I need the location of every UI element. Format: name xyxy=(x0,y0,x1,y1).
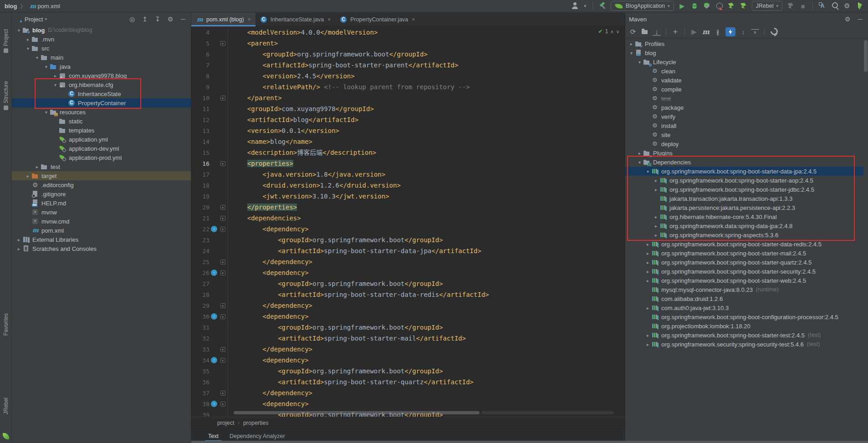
maven-tree-item[interactable]: ▸org.springframework.boot:spring-boot-st… xyxy=(625,258,863,267)
chevron-down-icon[interactable]: ▾ xyxy=(25,46,31,51)
project-tree-item[interactable]: ▸test xyxy=(12,162,191,171)
line-number[interactable]: 35 xyxy=(191,368,209,375)
execute-maven-goal-icon[interactable]: m xyxy=(702,27,710,36)
fold-open-icon[interactable]: ∨ xyxy=(220,216,225,221)
breadcrumb-item[interactable]: properties xyxy=(243,420,269,426)
project-tree-item[interactable]: pom.xml xyxy=(12,226,191,235)
chevron-right-icon[interactable]: ▸ xyxy=(15,246,22,251)
breadcrumb-project[interactable]: blog xyxy=(5,3,17,10)
editor-tab[interactable]: pom.xml (blog)× xyxy=(191,13,255,26)
fold-close-icon[interactable]: ∧ xyxy=(220,303,225,308)
line-number[interactable]: 37 xyxy=(191,390,209,397)
maven-tree-item[interactable]: ▾⚙Lifecycle xyxy=(625,57,863,66)
project-tree-item[interactable]: ▾org.hibernate.cfg xyxy=(12,80,191,89)
chevron-right-icon[interactable]: ▸ xyxy=(644,269,651,274)
search-icon[interactable] xyxy=(831,1,839,10)
maven-dependency-gutter-icon[interactable]: ↑ xyxy=(211,357,217,363)
line-number[interactable]: 16 xyxy=(191,160,209,167)
chevron-right-icon[interactable]: ▸ xyxy=(25,37,31,42)
line-number[interactable]: 4 xyxy=(191,29,209,36)
project-tree-item[interactable]: .editorconfig xyxy=(12,180,191,189)
line-number[interactable]: 36 xyxy=(191,379,209,386)
line-number[interactable]: 11 xyxy=(191,106,209,112)
close-icon[interactable]: × xyxy=(412,16,415,23)
maven-tree-item[interactable]: package xyxy=(625,103,863,112)
breadcrumb-item[interactable]: project xyxy=(217,420,235,426)
tool-window-tab-structure[interactable]: Structure xyxy=(0,81,12,110)
line-number[interactable]: 19 xyxy=(191,193,209,200)
chevron-right-icon[interactable]: ▸ xyxy=(52,73,59,78)
line-number[interactable]: 15 xyxy=(191,149,209,156)
chevron-down-icon[interactable]: ▾ xyxy=(34,55,41,60)
horizontal-scrollbar[interactable] xyxy=(234,411,480,414)
add-maven-project-icon[interactable]: + xyxy=(671,27,679,36)
maven-tree-item[interactable]: clean xyxy=(625,66,863,76)
maven-tree-item[interactable]: jakarta.transaction:jakarta.transaction-… xyxy=(625,194,863,203)
fold-close-icon[interactable]: ∧ xyxy=(220,96,225,101)
project-tree-item[interactable]: .gitignore xyxy=(12,189,191,199)
project-tree-item[interactable]: HELP.md xyxy=(12,199,191,208)
project-tree-item[interactable]: InheritanceState xyxy=(12,89,191,98)
chevron-right-icon[interactable]: ▸ xyxy=(34,164,41,169)
chevron-down-icon[interactable]: ▾ xyxy=(636,60,643,65)
fold-close-icon[interactable]: ∧ xyxy=(220,260,225,265)
reimport-maven-icon[interactable]: ⟳ xyxy=(629,27,637,36)
fold-open-icon[interactable]: ∨ xyxy=(220,314,225,319)
maven-tree-item[interactable]: mysql:mysql-connector-java:8.0.23(runtim… xyxy=(625,285,863,294)
line-number[interactable]: 10 xyxy=(191,95,209,102)
translate-icon[interactable] xyxy=(818,1,827,10)
line-number[interactable]: 27 xyxy=(191,280,209,287)
line-number[interactable]: 9 xyxy=(191,84,209,91)
project-tree-item[interactable]: ▾resources xyxy=(12,107,191,117)
maven-tree-item[interactable]: verify xyxy=(625,112,863,121)
chevron-down-icon[interactable]: ▾ xyxy=(52,82,59,87)
project-tree-item[interactable]: ▸com.xuyang9978.blog xyxy=(12,71,191,80)
maven-tree-item[interactable]: jakarta.persistence:jakarta.persistence-… xyxy=(625,203,863,212)
chevron-right-icon[interactable]: ▸ xyxy=(644,306,651,311)
line-number[interactable]: 6 xyxy=(191,51,209,58)
maven-tree-item[interactable]: ▸✓Profiles xyxy=(625,39,863,48)
maven-tree-item[interactable]: ▾org.springframework.boot:spring-boot-st… xyxy=(625,167,863,176)
chevron-right-icon[interactable]: ▸ xyxy=(636,151,643,156)
project-tree-item[interactable]: application.yml xyxy=(12,135,191,144)
project-tree-item[interactable]: PropertyContainer xyxy=(12,98,191,107)
line-number[interactable]: 20 xyxy=(191,204,209,211)
maven-tree-item[interactable]: org.projectlombok:lombok:1.18.20 xyxy=(625,321,863,331)
project-tree-item[interactable]: application-dev.yml xyxy=(12,144,191,153)
fold-open-icon[interactable]: ∨ xyxy=(220,161,225,166)
maven-tree-item[interactable]: ▾blog xyxy=(625,48,863,57)
fold-close-icon[interactable]: ∧ xyxy=(220,205,225,210)
chevron-right-icon[interactable]: ▸ xyxy=(628,41,635,46)
maven-tree-item[interactable]: install xyxy=(625,121,863,130)
chevron-down-icon[interactable]: ▾ xyxy=(628,51,635,56)
plugin-icon[interactable] xyxy=(855,1,863,10)
line-number[interactable]: 22 xyxy=(191,226,209,233)
chevron-down-icon[interactable]: ▾ xyxy=(43,110,50,115)
editor-tab[interactable]: InheritanceState.java× xyxy=(255,13,335,26)
tool-window-tab-project[interactable]: Project xyxy=(0,29,12,53)
chevron-right-icon[interactable]: ▸ xyxy=(15,237,22,242)
maven-settings-icon[interactable] xyxy=(770,27,778,36)
collapse-all-icon[interactable]: ↧ xyxy=(153,15,162,24)
line-number[interactable]: 18 xyxy=(191,182,209,189)
project-tree-item[interactable]: ▾blogD:\code\blog\blog xyxy=(12,25,191,35)
settings-icon[interactable]: ⚙ xyxy=(843,15,852,24)
maven-tree-item[interactable]: ▸org.springframework.boot:spring-boot-st… xyxy=(625,267,863,276)
settings-icon[interactable]: ⚙ xyxy=(843,1,851,10)
chevron-down-icon[interactable]: ▾ xyxy=(636,160,643,165)
maven-dependency-gutter-icon[interactable]: ↑ xyxy=(211,313,217,320)
vertical-scrollbar[interactable] xyxy=(864,40,868,72)
maven-tree-item[interactable]: ▸org.springframework.boot:spring-boot-st… xyxy=(625,276,863,285)
skip-tests-icon[interactable] xyxy=(714,27,722,36)
fold-open-icon[interactable]: ∨ xyxy=(220,402,225,407)
line-number[interactable]: 38 xyxy=(191,401,209,407)
project-tree-item[interactable]: ▸.mvn xyxy=(12,35,191,44)
maven-tree-item[interactable]: ▸±Plugins xyxy=(625,148,863,158)
rerun-icon[interactable] xyxy=(786,1,795,10)
run-goal-icon[interactable]: ▶ xyxy=(690,27,698,36)
line-number[interactable]: 13 xyxy=(191,127,209,134)
project-tree-item[interactable]: static xyxy=(12,117,191,126)
jrebel-debug-icon[interactable] xyxy=(740,1,748,10)
chevron-right-icon[interactable]: ▸ xyxy=(644,251,651,256)
maven-dependency-gutter-icon[interactable]: ↑ xyxy=(211,270,217,276)
